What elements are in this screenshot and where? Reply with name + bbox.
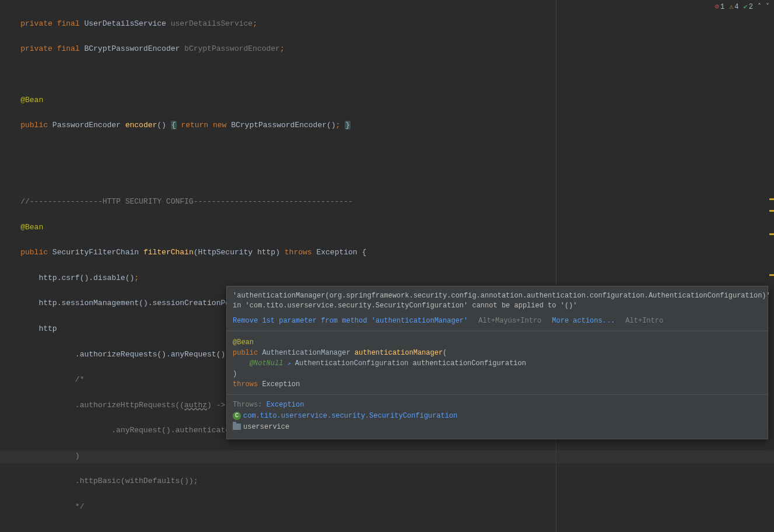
sig-throws: throws [233, 380, 258, 388]
more-actions-link[interactable]: More actions... [552, 317, 615, 325]
sig-pname: authenticationConfiguration [413, 359, 526, 368]
sig-notnull: @NotNull [250, 359, 283, 368]
kw-private: private final [20, 19, 79, 28]
external-link-icon[interactable]: ↗ [288, 360, 291, 367]
kw-throws1: throws [285, 248, 312, 257]
bc-l3: ) [75, 452, 80, 460]
kw-new1: new [213, 121, 226, 130]
popup-footer: Throws: Exception Ccom.tito.userservice.… [227, 394, 768, 439]
sig-public: public [233, 349, 258, 357]
code-editor[interactable]: private final UserDetailsService userDet… [0, 0, 774, 532]
warning-icon: ⚠ [729, 2, 733, 11]
exception-link[interactable]: Exception [267, 401, 304, 409]
field-uds: userDetailsService [171, 19, 253, 28]
bc-l4: .httpBasic(withDefaults()); [75, 477, 198, 485]
type-bcpe: BCryptPasswordEncoder [84, 44, 180, 53]
signature-preview: @Bean public AuthenticationManager authe… [227, 331, 768, 394]
inspection-status[interactable]: ⊘1 ⚠4 ✔2 ˄ ˅ [715, 2, 769, 11]
module-name: userservice [243, 423, 289, 431]
warning-num: 4 [734, 3, 738, 11]
param-type-hs: HttpSecurity [198, 248, 253, 257]
chevron-down-icon[interactable]: ˅ [766, 2, 769, 11]
comment-sep1: //----------------HTTP SECURITY CONFIG--… [20, 197, 353, 206]
ctor-bcpe: BCryptPasswordEncoder [231, 121, 327, 130]
kw-public1: public [20, 121, 48, 130]
exc1: Exception [316, 248, 357, 257]
error-num: 1 [720, 3, 724, 11]
module-icon [233, 424, 241, 430]
error-count[interactable]: ⊘1 [715, 2, 724, 11]
bc-l2: .anyRequest().authenticated() [75, 426, 244, 435]
kw-public2: public [20, 248, 48, 257]
error-tooltip-popup: 'authenticationManager(org.springframewo… [226, 286, 768, 439]
shortcut2: Alt+Intro [625, 317, 663, 325]
sig-ptype: AuthenticationConfiguration [295, 359, 408, 368]
bc-close: */ [75, 502, 85, 511]
sig-exc: Exception [262, 380, 300, 388]
kw-private2: private final [20, 44, 79, 53]
warning-count[interactable]: ⚠4 [729, 2, 738, 11]
error-icon: ⊘ [715, 2, 719, 11]
editor-right-divider [556, 0, 556, 532]
line-csrf: http.csrf().disable() [38, 274, 134, 282]
quickfix-actions: Remove 1st parameter from method 'authen… [227, 313, 768, 331]
line-http: http [38, 324, 57, 333]
param-http: http [257, 248, 275, 257]
type-uds: UserDetailsService [84, 19, 166, 28]
typo-num: 2 [749, 3, 753, 11]
marker-warn[interactable] [769, 210, 774, 212]
method-encoder: encoder [125, 121, 157, 130]
bc-authz1: authz [184, 401, 207, 410]
marker-warn[interactable] [769, 198, 774, 200]
chevron-up-icon[interactable]: ˄ [758, 2, 761, 11]
typo-count[interactable]: ✔2 [744, 2, 753, 11]
class-path-link[interactable]: com.tito.userservice.security.SecurityCo… [243, 412, 457, 420]
error-stripe[interactable] [767, 0, 774, 532]
annotation-bean2: @Bean [20, 223, 43, 232]
type-pe: PasswordEncoder [52, 121, 121, 130]
sig-type: AuthenticationManager [262, 349, 350, 357]
quickfix-remove-param[interactable]: Remove 1st parameter from method 'authen… [233, 317, 468, 325]
shortcut1: Alt+Mayús+Intro [478, 317, 541, 325]
field-bcpe: bCryptPasswordEncoder [184, 44, 280, 53]
typo-icon: ✔ [744, 2, 748, 11]
bc-l1a: .authorizeHttpRequests(( [75, 401, 184, 410]
bc-open: /* [75, 375, 85, 384]
sig-bean: @Bean [233, 338, 254, 346]
annotation-bean1: @Bean [20, 96, 43, 104]
method-filterchain: filterChain [143, 248, 194, 257]
marker-warn[interactable] [769, 274, 774, 276]
kw-return1: return [181, 121, 208, 130]
class-icon: C [233, 412, 241, 420]
marker-warn[interactable] [769, 233, 774, 235]
error-message: 'authenticationManager(org.springframewo… [227, 286, 768, 313]
throws-label: Throws: [233, 401, 262, 409]
sig-method: authenticationManager [355, 349, 443, 357]
type-sfc: SecurityFilterChain [52, 248, 139, 257]
